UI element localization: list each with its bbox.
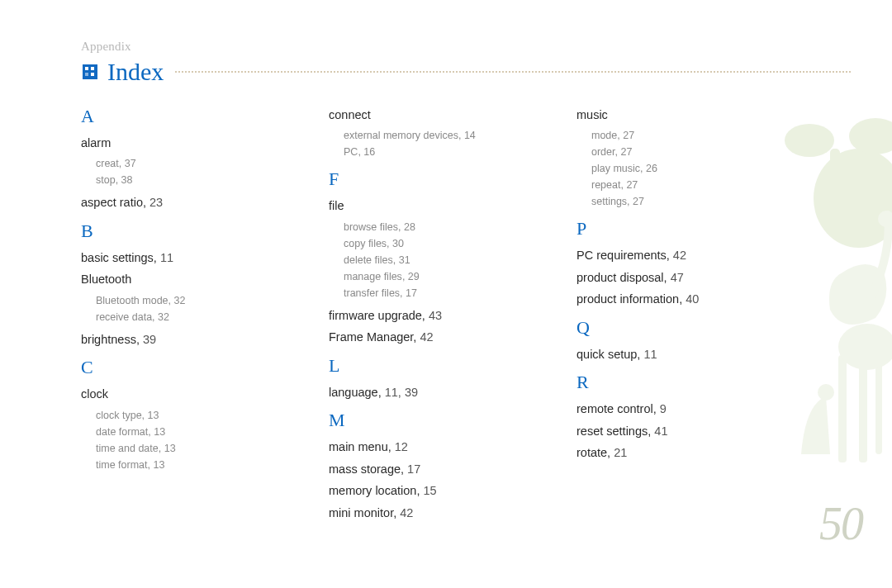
entry-page: 47 xyxy=(671,271,684,284)
sub-entry-label: clock type xyxy=(96,410,142,421)
index-sub-entry: transfer files, 17 xyxy=(344,285,519,301)
index-column: connectexternal memory devices, 14PC, 16… xyxy=(329,106,519,525)
sub-entry-list: browse files, 28copy files, 30delete fil… xyxy=(344,219,519,301)
entry-label: quick setup xyxy=(576,348,637,361)
index-sub-entry: time and date, 13 xyxy=(96,440,271,457)
sub-entry-page: 28 xyxy=(404,221,415,233)
entry-label: rotate xyxy=(576,446,607,459)
svg-rect-3 xyxy=(85,73,88,76)
index-letter-heading: P xyxy=(576,218,766,239)
sub-entry-label: delete files xyxy=(344,254,393,266)
bullet-icon xyxy=(81,63,99,81)
index-entry: memory location, 15 xyxy=(329,481,519,500)
index-entry: reset settings, 41 xyxy=(576,422,766,440)
entry-label: main menu xyxy=(329,440,388,453)
svg-rect-10 xyxy=(859,355,867,462)
entry-label: connect xyxy=(329,108,371,121)
sub-entry-label: mode xyxy=(591,130,617,141)
entry-label: language xyxy=(329,386,378,399)
sub-entry-page: 16 xyxy=(363,146,375,158)
index-letter-heading: C xyxy=(81,357,271,378)
sub-entry-page: 13 xyxy=(153,459,164,471)
svg-point-14 xyxy=(818,384,834,401)
index-column: Aalarmcreat, 37stop, 38aspect ratio, 23B… xyxy=(81,106,271,525)
entry-label: brightness xyxy=(81,333,136,346)
index-entry: alarm xyxy=(81,134,271,152)
entry-page: 42 xyxy=(400,506,413,519)
index-sub-entry: browse files, 28 xyxy=(344,219,519,235)
sub-entry-list: external memory devices, 14PC, 16 xyxy=(344,127,519,160)
entry-page: 39 xyxy=(143,333,156,346)
sub-entry-list: clock type, 13date format, 13time and da… xyxy=(96,407,271,473)
svg-rect-11 xyxy=(875,355,882,454)
entry-label: reset settings xyxy=(576,424,648,438)
index-entry: aspect ratio, 23 xyxy=(81,193,271,211)
sub-entry-label: transfer files xyxy=(344,287,400,299)
index-entry: music xyxy=(576,106,766,124)
sub-entry-list: mode, 27order, 27play music, 26repeat, 2… xyxy=(591,127,766,210)
decorative-safari-art xyxy=(752,99,892,496)
section-label-appendix: Appendix xyxy=(81,40,131,54)
entry-page: 9 xyxy=(660,402,667,415)
svg-point-5 xyxy=(814,149,892,248)
page-title: Index xyxy=(107,58,164,86)
entry-page: 21 xyxy=(614,446,627,459)
sub-entry-label: receive data xyxy=(96,311,152,323)
sub-entry-label: time format xyxy=(96,459,148,471)
sub-entry-page: 37 xyxy=(125,158,136,169)
entry-page: 42 xyxy=(673,249,686,262)
index-letter-heading: L xyxy=(329,355,519,377)
entry-page: 11 xyxy=(643,348,657,361)
entry-label: Bluetooth xyxy=(81,273,131,286)
index-sub-entry: repeat, 27 xyxy=(591,177,766,193)
sub-entry-page: 13 xyxy=(164,443,176,454)
entry-label: remote control xyxy=(576,402,653,415)
index-entry: mini monitor, 42 xyxy=(329,504,519,522)
sub-entry-list: creat, 37stop, 38 xyxy=(96,155,271,188)
sub-entry-label: browse files xyxy=(344,221,398,233)
sub-entry-page: 32 xyxy=(174,295,186,306)
entry-label: Frame Manager xyxy=(329,330,413,344)
sub-entry-page: 30 xyxy=(392,238,404,249)
index-entry: product disposal, 47 xyxy=(576,268,766,287)
entry-label: PC requirements xyxy=(576,249,667,262)
sub-entry-page: 38 xyxy=(121,174,133,186)
index-entry: language, 11, 39 xyxy=(329,383,519,401)
svg-rect-2 xyxy=(91,67,94,70)
index-entry: rotate, 21 xyxy=(576,443,766,462)
sub-entry-label: play music xyxy=(591,163,640,174)
entry-page: 17 xyxy=(407,462,420,476)
entry-page: 15 xyxy=(423,484,436,497)
index-sub-entry: receive data, 32 xyxy=(96,309,271,325)
index-letter-heading: R xyxy=(576,372,766,393)
entry-label: alarm xyxy=(81,136,111,149)
sub-entry-label: time and date xyxy=(96,443,159,454)
sub-entry-label: settings xyxy=(591,196,627,207)
index-letter-heading: F xyxy=(329,168,519,190)
index-entry: basic settings, 11 xyxy=(81,249,271,267)
sub-entry-label: repeat xyxy=(591,179,620,191)
entry-label: mini monitor xyxy=(329,506,393,519)
index-sub-entry: PC, 16 xyxy=(344,144,519,160)
sub-entry-label: Bluetooth mode xyxy=(96,295,168,306)
index-sub-entry: creat, 37 xyxy=(96,155,271,172)
sub-entry-page: 27 xyxy=(633,196,644,207)
index-entry: clock xyxy=(81,385,271,403)
index-entry: firmware upgrade, 43 xyxy=(329,306,519,325)
svg-rect-4 xyxy=(91,73,94,76)
entry-page: 11 xyxy=(160,251,173,264)
index-letter-heading: B xyxy=(81,220,271,242)
sub-entry-page: 17 xyxy=(406,287,417,299)
svg-rect-1 xyxy=(85,67,88,70)
index-sub-entry: mode, 27 xyxy=(591,127,766,144)
title-row: Index xyxy=(81,58,851,86)
entry-page: 11, 39 xyxy=(385,386,418,399)
sub-entry-page: 27 xyxy=(620,146,632,158)
index-entry: mass storage, 17 xyxy=(329,460,519,478)
index-entry: quick setup, 11 xyxy=(576,345,766,363)
entry-label: product information xyxy=(576,292,679,306)
sub-entry-page: 26 xyxy=(646,163,657,174)
sub-entry-label: PC xyxy=(344,146,358,158)
index-entry: PC requirements, 42 xyxy=(576,246,766,264)
entry-page: 23 xyxy=(149,196,163,209)
